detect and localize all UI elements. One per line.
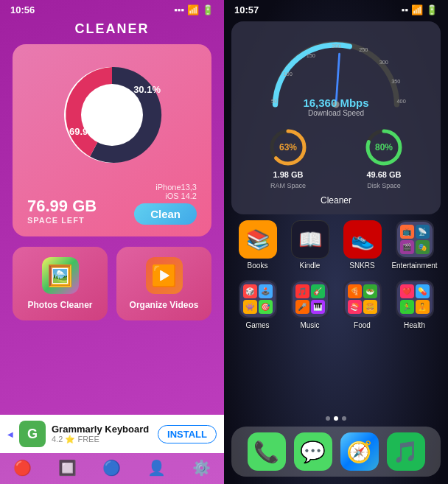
speed-info: 16,360 Mbps Download Speed [303, 97, 368, 117]
app-grid: 📚 Books 📖 Kindle 👟 SNKRS 📺 📡 [224, 220, 448, 413]
ram-value: 1.98 GB [273, 170, 304, 179]
disk-ring: 80% [364, 127, 404, 167]
entertainment-label: Entertainment [391, 262, 437, 270]
ios-version: iOS 14.2 [165, 192, 197, 200]
svg-text:250: 250 [359, 46, 368, 53]
entertainment-folder: 📺 📡 🎬 🎭 [397, 222, 433, 257]
ram-pct-text: 63% [268, 127, 308, 167]
app-books[interactable]: 📚 Books [236, 220, 280, 270]
disk-value: 49.68 GB [366, 170, 401, 179]
books-label: Books [248, 262, 268, 270]
battery-icon: 🔋 [202, 4, 214, 15]
app-music[interactable]: 🎵 🎸 🎤 🎹 Music [288, 280, 332, 329]
videos-label: Organize Videos [130, 300, 199, 310]
pie-svg [53, 56, 171, 174]
time-right: 10:57 [234, 4, 259, 15]
nav-chip-icon[interactable]: 🔲 [58, 459, 77, 477]
nav-contact-icon[interactable]: 👤 [147, 459, 166, 477]
dock: 📞 💬 🧭 🎵 [231, 427, 441, 477]
snkrs-icon: 👟 [343, 220, 382, 259]
nav-settings-icon[interactable]: ⚙️ [192, 459, 211, 477]
bottom-nav: 🔴 🔲 🔵 👤 ⚙️ [0, 453, 224, 484]
speed-label: Download Speed [303, 109, 368, 117]
disk-pct-text: 80% [364, 127, 404, 167]
health-label: Health [404, 321, 425, 329]
photos-cleaner-label: Photos Cleaner [27, 300, 92, 310]
dot-3 [342, 416, 346, 421]
storage-row: 76.99 GB SPACE LEFT iPhone13,3 iOS 14.2 … [24, 183, 200, 225]
dock-safari[interactable]: 🧭 [340, 432, 379, 471]
photos-icon: 🖼️ [42, 257, 79, 294]
status-bar-left: 10:56 ▪▪▪ 📶 🔋 [0, 0, 224, 18]
svg-text:200: 200 [332, 43, 341, 49]
svg-text:400: 400 [397, 98, 406, 105]
food-icon: 🍕 🥗 🍣 🍔 [343, 280, 382, 318]
health-folder: ❤️ 💊 🏃 🧘 [397, 281, 433, 317]
games-folder: 🎲 🕹️ 👾 🎯 [240, 281, 276, 317]
dock-phone[interactable]: 📞 [248, 432, 286, 471]
app-snkrs[interactable]: 👟 SNKRS [340, 220, 385, 270]
games-icon: 🎲 🕹️ 👾 🎯 [239, 280, 277, 318]
svg-text:100: 100 [284, 71, 293, 77]
device-info: iPhone13,3 iOS 14.2 Clean [134, 183, 197, 225]
snkrs-label: SNKRS [349, 262, 374, 270]
app-games[interactable]: 🎲 🕹️ 👾 🎯 Games [236, 280, 280, 329]
install-button[interactable]: INSTALL [158, 425, 217, 443]
music-icon: 🎵 🎸 🎤 🎹 [291, 280, 329, 318]
health-icon: ❤️ 💊 🏃 🧘 [396, 280, 434, 318]
kindle-label: Kindle [300, 262, 321, 270]
grammarly-icon: G [19, 421, 46, 447]
status-bar-right: 10:57 ▪▪ 📶 🔋 [224, 0, 448, 18]
app-food[interactable]: 🍕 🥗 🍣 🍔 Food [340, 280, 385, 329]
signal-right-icon: ▪▪ [402, 4, 408, 15]
photos-cleaner-card[interactable]: 🖼️ Photos Cleaner [13, 247, 108, 320]
ad-app-name: Grammarly Keyboard [52, 424, 152, 435]
right-panel: 10:57 ▪▪ 📶 🔋 50 100 [224, 0, 448, 484]
pie-chart: 30.1% 69.9% [53, 56, 171, 174]
wifi-right-icon: 📶 [411, 4, 423, 15]
app-kindle[interactable]: 📖 Kindle [288, 220, 332, 270]
storage-gb: 76.99 GB [27, 197, 97, 216]
widget-title: Cleaner [240, 195, 432, 206]
left-panel: 10:56 ▪▪▪ 📶 🔋 CLEANER 30.1% 69.9% 76.99 … [0, 0, 224, 484]
dock-spotify[interactable]: 🎵 [387, 432, 425, 471]
status-icons-right: ▪▪ 📶 🔋 [402, 4, 438, 15]
videos-icon: ▶️ [146, 257, 183, 294]
app-row-1: 📚 Books 📖 Kindle 👟 SNKRS 📺 📡 [231, 220, 441, 270]
svg-text:350: 350 [391, 78, 400, 85]
wifi-icon: 📶 [187, 4, 199, 15]
nav-cleaner-icon[interactable]: 🔴 [13, 459, 32, 477]
app-health[interactable]: ❤️ 💊 🏃 🧘 Health [393, 280, 437, 329]
kindle-icon: 📖 [291, 220, 329, 259]
pie-label-free: 69.9% [69, 126, 97, 137]
time-left: 10:56 [10, 4, 35, 15]
ram-label: RAM Space [270, 182, 306, 189]
ram-ring: 63% [268, 127, 308, 167]
videos-card[interactable]: ▶️ Organize Videos [116, 247, 211, 320]
music-label: Music [300, 321, 319, 329]
books-icon: 📚 [239, 220, 277, 259]
storage-info: 76.99 GB SPACE LEFT [27, 197, 97, 225]
disk-label: Disk Space [367, 182, 401, 189]
cleaner-widget: 50 100 150 200 250 300 350 400 16,360 Mb… [231, 21, 441, 214]
nav-speed-icon[interactable]: 🔵 [102, 459, 121, 477]
features-row: 🖼️ Photos Cleaner ▶️ Organize Videos [13, 247, 211, 320]
music-folder: 🎵 🎸 🎤 🎹 [293, 281, 328, 317]
food-folder: 🍕 🥗 🍣 🍔 [345, 281, 380, 317]
svg-text:150: 150 [307, 52, 315, 59]
right-content: 10:57 ▪▪ 📶 🔋 50 100 [224, 0, 448, 484]
svg-text:300: 300 [379, 59, 388, 66]
status-icons-left: ▪▪▪ 📶 🔋 [174, 4, 214, 15]
dock-messages[interactable]: 💬 [294, 432, 332, 471]
ad-arrow-icon: ◀ [7, 430, 13, 438]
clean-button[interactable]: Clean [134, 203, 197, 225]
metrics-row: 63% 1.98 GB RAM Space 80% 49.68 GB Disk [240, 123, 432, 192]
dot-1 [326, 416, 330, 421]
disk-metric: 80% 49.68 GB Disk Space [364, 127, 404, 189]
app-entertainment[interactable]: 📺 📡 🎬 🎭 Entertainment [393, 220, 437, 270]
food-label: Food [354, 321, 371, 329]
svg-text:50: 50 [271, 98, 277, 105]
battery-right-icon: 🔋 [426, 4, 438, 15]
page-dots [224, 416, 448, 421]
ad-bar: ◀ G Grammarly Keyboard 4.2 ⭐ FREE INSTAL… [0, 415, 224, 453]
